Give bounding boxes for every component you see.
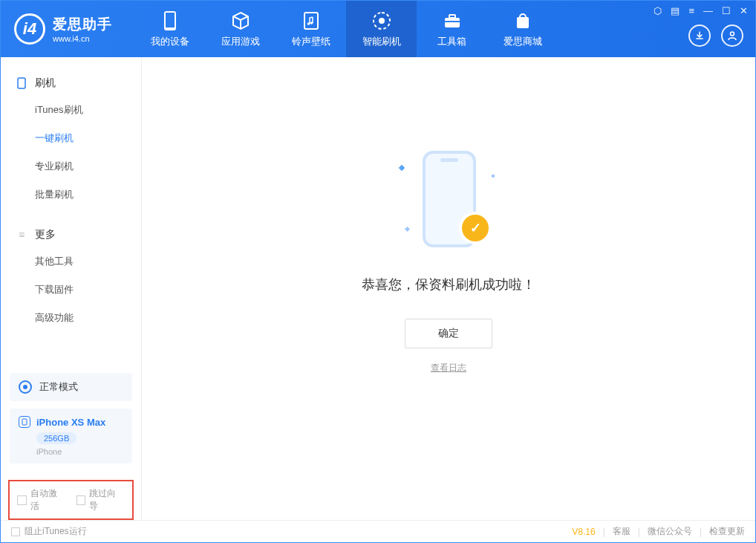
sparkle-icon xyxy=(399,165,405,171)
sidebar-section-flash: 刷机 iTunes刷机 一键刷机 专业刷机 批量刷机 xyxy=(1,71,141,209)
phone-icon xyxy=(159,10,181,32)
nav-label: 工具箱 xyxy=(437,35,466,48)
statusbar: 阻止iTunes运行 V8.16 | 客服 | 微信公众号 | 检查更新 xyxy=(1,520,755,542)
wechat-link[interactable]: 微信公众号 xyxy=(648,525,692,538)
svg-rect-7 xyxy=(449,15,455,18)
music-icon xyxy=(300,10,322,32)
svg-rect-6 xyxy=(445,18,460,27)
nav-label: 爱思商城 xyxy=(504,35,542,48)
footer-right: V8.16 | 客服 | 微信公众号 | 检查更新 xyxy=(572,525,745,538)
separator: | xyxy=(603,527,605,537)
sidebar-item-download-firmware[interactable]: 下载固件 xyxy=(1,276,141,304)
check-update-link[interactable]: 检查更新 xyxy=(709,525,745,538)
device-icon xyxy=(19,416,30,428)
nav-label: 智能刷机 xyxy=(362,35,401,48)
svg-point-4 xyxy=(310,22,313,25)
menu-icon[interactable]: ≡ xyxy=(688,5,694,16)
main-content: ✓ 恭喜您，保资料刷机成功啦！ 确定 查看日志 xyxy=(142,57,755,520)
sidebar-header-more[interactable]: ≡ 更多 xyxy=(1,222,141,247)
checkbox-icon xyxy=(11,527,20,536)
device-name: iPhone XS Max xyxy=(36,417,105,428)
sidebar-header-flash[interactable]: 刷机 xyxy=(1,71,141,96)
maximize-icon[interactable]: ☐ xyxy=(722,5,731,16)
mode-card[interactable]: 正常模式 xyxy=(10,373,132,401)
mode-icon xyxy=(19,380,32,394)
separator: | xyxy=(638,527,640,537)
logo-area: i4 爱思助手 www.i4.cn xyxy=(1,1,134,57)
sidebar-item-pro-flash[interactable]: 专业刷机 xyxy=(1,152,141,181)
svg-rect-9 xyxy=(517,17,529,28)
mode-label: 正常模式 xyxy=(39,380,78,394)
success-illustration: ✓ xyxy=(382,143,515,255)
shirt-icon[interactable]: ⬡ xyxy=(654,5,662,16)
section-title: 更多 xyxy=(35,228,56,241)
checkbox-label: 跳过向导 xyxy=(89,487,125,513)
logo-icon: i4 xyxy=(14,13,45,45)
device-name-row: iPhone XS Max xyxy=(19,416,123,428)
bag-icon xyxy=(512,10,534,32)
sidebar-section-more: ≡ 更多 其他工具 下载固件 高级功能 xyxy=(1,222,141,332)
svg-rect-2 xyxy=(304,13,318,29)
nav-tab-toolbox[interactable]: 工具箱 xyxy=(417,1,487,57)
nav-tab-mall[interactable]: 爱思商城 xyxy=(487,1,558,57)
cube-icon xyxy=(229,10,252,32)
minimize-icon[interactable]: — xyxy=(703,5,713,16)
view-log-link[interactable]: 查看日志 xyxy=(431,362,466,374)
sidebar-item-batch-flash[interactable]: 批量刷机 xyxy=(1,181,141,209)
checkmark-badge-icon: ✓ xyxy=(462,215,489,241)
note-icon[interactable]: ▤ xyxy=(671,5,680,16)
logo-text: 爱思助手 www.i4.cn xyxy=(53,15,112,43)
block-itunes-checkbox[interactable]: 阻止iTunes运行 xyxy=(11,525,87,538)
window-controls: ⬡ ▤ ≡ — ☐ ✕ xyxy=(654,5,748,16)
app-subtitle: www.i4.cn xyxy=(53,34,112,43)
sparkle-icon xyxy=(491,174,495,178)
nav-tab-flash[interactable]: 智能刷机 xyxy=(346,1,417,57)
nav-tab-ringtones[interactable]: 铃声壁纸 xyxy=(276,1,346,57)
ok-button[interactable]: 确定 xyxy=(405,319,492,348)
svg-point-10 xyxy=(731,32,734,36)
svg-rect-12 xyxy=(22,419,27,425)
close-icon[interactable]: ✕ xyxy=(740,5,748,16)
checkbox-icon xyxy=(76,495,86,505)
sidebar-item-itunes-flash[interactable]: iTunes刷机 xyxy=(1,96,141,124)
svg-rect-11 xyxy=(18,78,25,88)
shield-icon xyxy=(371,10,393,32)
svg-point-3 xyxy=(307,22,310,25)
auto-activate-checkbox[interactable]: 自动激活 xyxy=(17,487,66,513)
svg-point-5 xyxy=(379,18,385,24)
checkbox-label: 阻止iTunes运行 xyxy=(25,525,87,538)
section-title: 刷机 xyxy=(35,77,56,90)
toolbox-icon xyxy=(441,10,463,32)
device-card[interactable]: iPhone XS Max 256GB iPhone xyxy=(10,409,132,464)
version-label: V8.16 xyxy=(572,527,595,537)
checkbox-icon xyxy=(17,495,27,505)
sidebar-item-onekey-flash[interactable]: 一键刷机 xyxy=(1,124,141,152)
nav-tabs: 我的设备 应用游戏 铃声壁纸 智能刷机 工具箱 爱思商城 xyxy=(134,1,558,57)
device-type: iPhone xyxy=(36,447,123,456)
success-message: 恭喜您，保资料刷机成功啦！ xyxy=(362,276,535,293)
sidebar-bottom: 正常模式 iPhone XS Max 256GB iPhone xyxy=(1,373,141,480)
device-small-icon xyxy=(16,77,27,89)
nav-tab-device[interactable]: 我的设备 xyxy=(134,1,205,57)
device-storage-badge: 256GB xyxy=(36,432,76,444)
sidebar-content: 刷机 iTunes刷机 一键刷机 专业刷机 批量刷机 ≡ 更多 其他工具 下载固… xyxy=(1,57,141,373)
header-right: ⬡ ▤ ≡ — ☐ ✕ xyxy=(646,1,755,57)
user-button[interactable] xyxy=(721,25,743,47)
header-circles xyxy=(654,25,748,53)
download-button[interactable] xyxy=(688,25,711,47)
svg-rect-1 xyxy=(166,13,175,27)
checkbox-label: 自动激活 xyxy=(30,487,66,513)
separator: | xyxy=(700,527,702,537)
nav-tab-apps[interactable]: 应用游戏 xyxy=(205,1,276,57)
skip-guide-checkbox[interactable]: 跳过向导 xyxy=(76,487,126,513)
highlighted-options: 自动激活 跳过向导 xyxy=(8,480,134,520)
titlebar: i4 爱思助手 www.i4.cn 我的设备 应用游戏 铃声壁纸 智能刷机 工具… xyxy=(1,1,755,57)
customer-service-link[interactable]: 客服 xyxy=(613,525,630,538)
sidebar-item-other-tools[interactable]: 其他工具 xyxy=(1,247,141,276)
nav-label: 应用游戏 xyxy=(221,35,260,48)
app-title: 爱思助手 xyxy=(53,15,112,34)
svg-rect-8 xyxy=(445,21,460,22)
sidebar: 刷机 iTunes刷机 一键刷机 专业刷机 批量刷机 ≡ 更多 其他工具 下载固… xyxy=(1,57,142,520)
list-icon: ≡ xyxy=(16,229,27,241)
sidebar-item-advanced[interactable]: 高级功能 xyxy=(1,304,141,332)
